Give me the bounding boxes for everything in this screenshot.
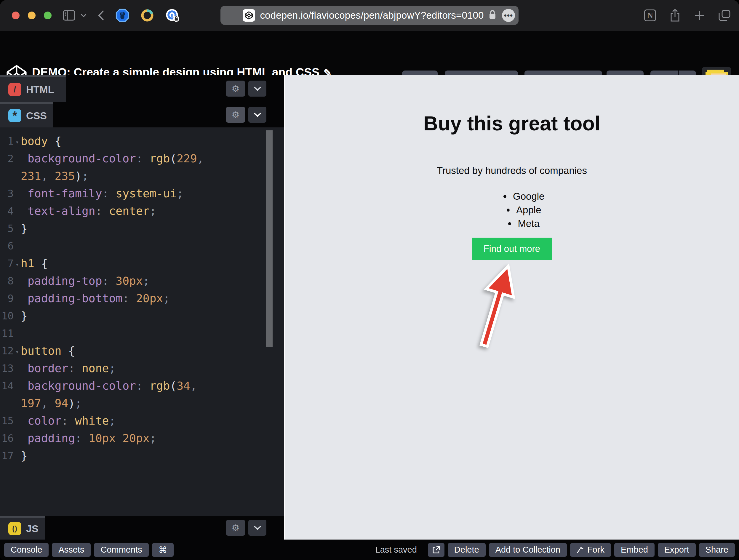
js-settings-button[interactable]: ⚙ (226, 520, 245, 536)
line-number: 6 (0, 240, 14, 252)
code-token: ; (177, 187, 183, 200)
fold-spacer (14, 402, 21, 404)
zoom-window-button[interactable] (44, 12, 51, 19)
fold-spacer (14, 385, 21, 387)
code-token: background-color (27, 152, 136, 165)
codepen-favicon (243, 9, 255, 22)
bullet-icon: • (506, 203, 510, 218)
back-icon[interactable] (98, 10, 104, 21)
password-manager-extension-icon[interactable] (165, 8, 179, 22)
sidebar-toggle-icon[interactable] (63, 10, 75, 21)
code-token: ; (163, 292, 170, 305)
tab-overview-icon[interactable] (718, 9, 731, 21)
line-number: 12 (0, 345, 14, 357)
fold-spacer (14, 228, 21, 229)
fold-spacer (14, 332, 21, 334)
code-token: 94 (54, 397, 68, 410)
content-blocker-extension-icon[interactable] (116, 9, 129, 22)
css-collapse-button[interactable] (248, 107, 266, 123)
tab-css[interactable]: * CSS (0, 102, 53, 127)
page-actions-icon[interactable]: ••• (502, 9, 515, 22)
chevron-down-icon (254, 113, 261, 117)
line-number: 9 (0, 292, 14, 304)
editor-column: / HTML ⚙ * CSS ⚙ (0, 75, 284, 540)
code-token: ( (170, 379, 177, 392)
fold-spacer (14, 245, 21, 247)
chevron-down-icon (254, 87, 261, 91)
code-row: 8 padding-top: 30px; (0, 272, 284, 289)
embed-button[interactable]: Embed (614, 543, 654, 557)
tab-js[interactable]: () JS (0, 516, 45, 540)
share-icon[interactable] (670, 9, 680, 22)
code-token: ; (109, 414, 116, 427)
fold-spacer (14, 437, 21, 439)
fold-arrow-icon[interactable]: ▾ (14, 137, 21, 145)
assets-button[interactable]: Assets (52, 543, 91, 557)
code-token: : (102, 187, 116, 200)
company-name: Meta (518, 218, 540, 229)
code-token: } (21, 449, 27, 462)
code-token (21, 292, 27, 305)
code-token: padding-top (27, 274, 102, 287)
minimize-window-button[interactable] (28, 12, 35, 19)
fold-spacer (14, 192, 21, 194)
fold-arrow-icon[interactable]: ▾ (14, 347, 21, 355)
code-row: 12▾button { (0, 342, 284, 360)
code-row: 17} (0, 447, 284, 464)
code-token (21, 414, 27, 427)
code-token: : (136, 379, 150, 392)
css-code-editor[interactable]: 1▾body {2 background-color: rgb(229,231,… (0, 127, 284, 516)
address-bar[interactable]: codepen.io/flaviocopes/pen/abjpowY?edito… (220, 6, 519, 25)
code-row: 15 color: white; (0, 412, 284, 429)
code-row: 2 background-color: rgb(229, (0, 150, 284, 167)
code-token: rgb (150, 379, 170, 392)
code-token: : (122, 292, 136, 305)
code-row: 7▾h1 { (0, 255, 284, 272)
code-row: 5} (0, 220, 284, 237)
close-window-button[interactable] (12, 12, 20, 19)
open-live-view-button[interactable] (428, 543, 444, 557)
html-settings-button[interactable]: ⚙ (226, 81, 245, 97)
html-tab-label: HTML (26, 84, 54, 96)
red-arrow-annotation (469, 260, 528, 352)
company-name: Google (513, 191, 544, 202)
code-token: rgb (150, 152, 170, 165)
add-to-collection-button[interactable]: Add to Collection (489, 543, 567, 557)
fork-button[interactable]: Fork (570, 543, 611, 557)
code-token: background-color (27, 379, 136, 392)
fold-spacer (14, 280, 21, 282)
sidebar-chevron-icon[interactable] (81, 14, 87, 17)
code-token: 229 (177, 152, 197, 165)
editor-scrollbar-thumb[interactable] (266, 130, 273, 347)
code-row: 10} (0, 307, 284, 324)
console-button[interactable]: Console (4, 543, 48, 557)
code-row: 197, 94); (0, 394, 284, 412)
share-button[interactable]: Share (699, 543, 735, 557)
preview-heading: Buy this great tool (285, 93, 739, 147)
code-token: white (75, 414, 109, 427)
html-collapse-button[interactable] (248, 81, 266, 97)
code-token: ; (75, 397, 82, 410)
fold-arrow-icon[interactable]: ▾ (14, 259, 21, 268)
line-number: 16 (0, 432, 14, 444)
export-button[interactable]: Export (658, 543, 696, 557)
delete-button[interactable]: Delete (448, 543, 486, 557)
main-content: / HTML ⚙ * CSS ⚙ (0, 75, 739, 540)
new-tab-icon[interactable] (694, 10, 705, 21)
tab-html[interactable]: / HTML (0, 75, 66, 102)
notion-extension-icon[interactable]: N (644, 9, 656, 21)
comments-button[interactable]: Comments (94, 543, 148, 557)
find-out-more-button[interactable]: Find out more (472, 238, 552, 260)
ring-extension-icon[interactable] (140, 9, 154, 22)
js-collapse-button[interactable] (248, 520, 266, 536)
line-number: 15 (0, 415, 14, 427)
line-number: 8 (0, 275, 14, 287)
fold-spacer (14, 420, 21, 422)
line-number: 17 (0, 450, 14, 462)
code-token: 197 (21, 397, 41, 410)
code-row: 13 border: none; (0, 360, 284, 377)
css-settings-button[interactable]: ⚙ (226, 107, 245, 123)
keyboard-shortcuts-button[interactable]: ⌘ (152, 543, 174, 557)
bullet-icon: • (503, 189, 507, 204)
code-token (21, 204, 27, 218)
